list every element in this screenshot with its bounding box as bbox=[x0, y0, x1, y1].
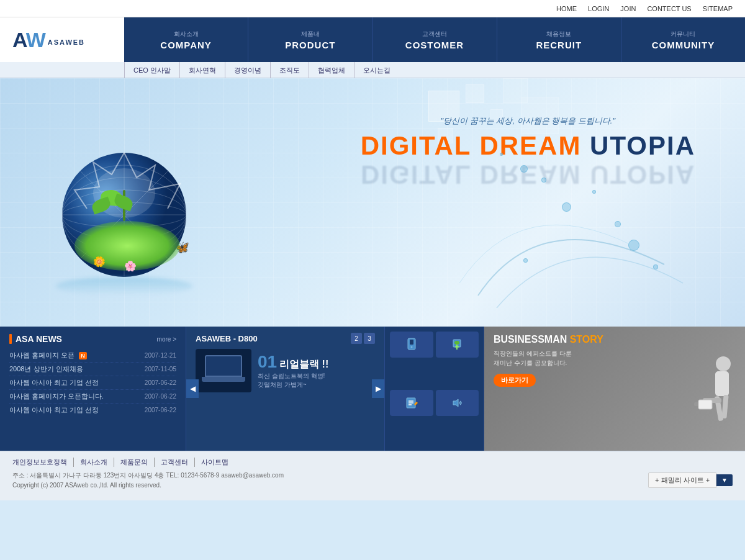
news-date-2: 2007-11-05 bbox=[145, 366, 176, 373]
footer-address: 주소 : 서울특별시 가나구 다라동 123번지 아사빌딩 4층 TEL: 01… bbox=[12, 471, 733, 490]
nav-company[interactable]: 회사소개 COMPANY bbox=[124, 17, 248, 62]
product-page-2[interactable]: 2 bbox=[351, 333, 362, 344]
subnav-ceo[interactable]: CEO 인사말 bbox=[124, 62, 180, 78]
sub-nav: CEO 인사말 회사연혁 경영이념 조직도 협력업체 오시는길 bbox=[0, 62, 745, 78]
svg-rect-12 bbox=[410, 340, 413, 345]
news-item-3[interactable]: 아사웹 아시아 최고 기업 선정 2007-06-22 bbox=[9, 376, 176, 390]
product-desc-2: 깃털처럼 가볍게~ bbox=[258, 381, 375, 389]
news-panel: ASA NEWS more > 아사웹 홈페이지 오픈 N 2007-12-21… bbox=[0, 327, 186, 451]
product-next-button[interactable]: ▶ bbox=[372, 379, 384, 398]
footer-about[interactable]: 회사소개 bbox=[74, 458, 114, 467]
product-image bbox=[196, 349, 251, 392]
family-site: + 패밀리 사이트 + ▼ bbox=[648, 472, 733, 488]
product-page-3[interactable]: 3 bbox=[364, 333, 375, 344]
icon-write-cell[interactable] bbox=[390, 390, 433, 416]
top-bar: HOME LOGIN JOIN CONTECT US SITEMAP bbox=[0, 0, 745, 17]
news-more-link[interactable]: more > bbox=[157, 336, 176, 343]
svg-point-15 bbox=[454, 341, 459, 345]
product-info: 01 리얼블랙 !! 최신 슬림노트북의 혁명! 깃털처럼 가볍게~ bbox=[258, 352, 375, 389]
footer-customer[interactable]: 고객센터 bbox=[155, 458, 195, 467]
news-item-2[interactable]: 2008년 상반기 인재채용 2007-11-05 bbox=[9, 363, 176, 376]
nav-recruit[interactable]: 채용정보 RECRUIT bbox=[497, 17, 621, 62]
story-goto-button[interactable]: 바로가기 bbox=[494, 374, 536, 387]
product-prev-button[interactable]: ◀ bbox=[186, 379, 199, 398]
product-header: ASAWEB - D800 2 3 bbox=[196, 333, 375, 344]
story-content: BUSINESSMAN STORY 직장인들의 에피소드를 다룬 재미난 수기를… bbox=[484, 327, 745, 394]
globe-area: 🦋 🦋 bbox=[37, 134, 236, 308]
globe-reflection bbox=[56, 277, 192, 296]
subnav-directions[interactable]: 오시는길 bbox=[354, 62, 399, 78]
nav-product[interactable]: 제품내 PRODUCT bbox=[248, 17, 372, 62]
top-contact-link[interactable]: CONTECT US bbox=[647, 5, 691, 12]
footer-product[interactable]: 제품문의 bbox=[114, 458, 155, 467]
laptop-icon bbox=[202, 355, 245, 386]
hero-title: DIGITAL DREAM UTOPIA bbox=[361, 132, 695, 160]
hero-title-digital: DIGITAL DREAM bbox=[361, 131, 590, 160]
footer-address-line: 주소 : 서울특별시 가나구 다라동 123번지 아사빌딩 4층 TEL: 01… bbox=[12, 471, 733, 481]
water-splash-svg bbox=[447, 171, 695, 327]
subnav-vision[interactable]: 경영이념 bbox=[225, 62, 271, 78]
flower-icon: 🌼 bbox=[93, 256, 106, 268]
news-item-4[interactable]: 아사웹 홈페이지가 오픈합니다. 2007-06-22 bbox=[9, 390, 176, 404]
news-item-text-4: 아사웹 홈페이지가 오픈합니다. bbox=[9, 392, 140, 401]
nav-costomer[interactable]: 고객센터 COSTOMER bbox=[372, 17, 497, 62]
footer-privacy[interactable]: 개인정보보호정책 bbox=[12, 458, 74, 467]
footer-nav: 개인정보보호정책 회사소개 제품문의 고객센터 사이트맵 bbox=[12, 458, 733, 467]
icon-plant-cell[interactable] bbox=[436, 332, 479, 358]
news-item-text-1: 아사웹 홈페이지 오픈 N bbox=[9, 351, 140, 360]
footer: 개인정보보호정책 회사소개 제품문의 고객센터 사이트맵 주소 : 서울특별시 … bbox=[0, 451, 745, 500]
nav-community-kr: 커뮤니티 bbox=[670, 30, 695, 38]
news-badge-n: N bbox=[79, 352, 87, 359]
hero-title-utopia: UTOPIA bbox=[590, 131, 695, 160]
family-site-button[interactable]: + 패밀리 사이트 + bbox=[648, 472, 716, 488]
header: AWASAWEB 회사소개 COMPANY 제품내 PRODUCT 고객센터 C… bbox=[0, 17, 745, 62]
flower2-icon: 🌸 bbox=[124, 260, 137, 272]
top-join-link[interactable]: JOIN bbox=[620, 5, 636, 12]
nav-product-en: PRODUCT bbox=[285, 40, 335, 50]
product-content: ◀ 01 리얼블랙 !! 최신 슬림노트북의 혁명! 깃털처럼 가볍게~ ▶ bbox=[196, 349, 375, 392]
story-title-story: STORY bbox=[570, 334, 603, 345]
icon-sound-cell[interactable] bbox=[436, 390, 479, 416]
top-sitemap-link[interactable]: SITEMAP bbox=[703, 5, 733, 12]
nav-company-kr: 회사소개 bbox=[174, 30, 199, 38]
news-accent bbox=[9, 334, 12, 344]
news-item-text-5: 아사웹 아시아 최고 기업 선정 bbox=[9, 405, 140, 415]
plant-icon bbox=[448, 336, 466, 353]
news-item-5[interactable]: 아사웹 아시아 최고 기업 선정 2007-06-22 bbox=[9, 404, 176, 417]
sprout-decoration bbox=[106, 190, 143, 240]
top-login-link[interactable]: LOGIN bbox=[588, 5, 609, 12]
news-date-5: 2007-06-22 bbox=[145, 407, 176, 413]
footer-copyright: Copyright (c) 2007 ASAweb co.,ltd. All r… bbox=[12, 481, 733, 490]
news-title-bar: ASA NEWS bbox=[9, 334, 62, 344]
nav-product-kr: 제품내 bbox=[301, 30, 320, 38]
main-nav: 회사소개 COMPANY 제품내 PRODUCT 고객센터 COSTOMER 채… bbox=[124, 17, 745, 62]
subnav-history[interactable]: 회사연혁 bbox=[180, 62, 225, 78]
family-site-arrow[interactable]: ▼ bbox=[716, 474, 733, 486]
nav-community[interactable]: 커뮤니티 COMMUNITY bbox=[621, 17, 745, 62]
nav-costomer-en: COSTOMER bbox=[405, 40, 464, 50]
svg-point-13 bbox=[410, 346, 412, 348]
news-list: 아사웹 홈페이지 오픈 N 2007-12-21 2008년 상반기 인재채용 … bbox=[9, 349, 176, 417]
nav-company-en: COMPANY bbox=[160, 40, 212, 50]
story-title: BUSINESSMAN STORY bbox=[494, 334, 736, 345]
svg-rect-24 bbox=[721, 395, 728, 419]
nav-recruit-en: RECRUIT bbox=[536, 40, 582, 50]
story-description: 직장인들의 에피소드를 다룬 재미난 수기를 공모합니다. bbox=[494, 349, 736, 368]
icon-phone-cell[interactable] bbox=[390, 332, 433, 358]
subnav-partners[interactable]: 협력업체 bbox=[309, 62, 354, 78]
hero-quote: "당신이 꿈꾸는 세상, 아사웹은 행복을 드립니다." bbox=[361, 115, 695, 127]
logo[interactable]: AWASAWEB bbox=[12, 28, 85, 52]
story-title-businessman: BUSINESSMAN bbox=[494, 334, 567, 345]
story-desc-line2: 재미난 수기를 공모합니다. bbox=[494, 359, 567, 366]
news-item-1[interactable]: 아사웹 홈페이지 오픈 N 2007-12-21 bbox=[9, 349, 176, 363]
top-home-link[interactable]: HOME bbox=[556, 5, 577, 12]
pen-icon bbox=[403, 394, 420, 412]
svg-marker-20 bbox=[453, 399, 458, 407]
subnav-org[interactable]: 조직도 bbox=[271, 62, 309, 78]
footer-sitemap[interactable]: 사이트맵 bbox=[195, 458, 235, 467]
story-desc-line1: 직장인들의 에피소드를 다룬 bbox=[494, 350, 572, 357]
hero-section: "당신이 꿈꾸는 세상, 아사웹은 행복을 드립니다." DIGITAL DRE… bbox=[0, 78, 745, 327]
news-date-4: 2007-06-22 bbox=[145, 393, 176, 400]
product-desc-1: 최신 슬림노트북의 혁명! bbox=[258, 372, 375, 381]
speaker-icon bbox=[448, 394, 466, 412]
